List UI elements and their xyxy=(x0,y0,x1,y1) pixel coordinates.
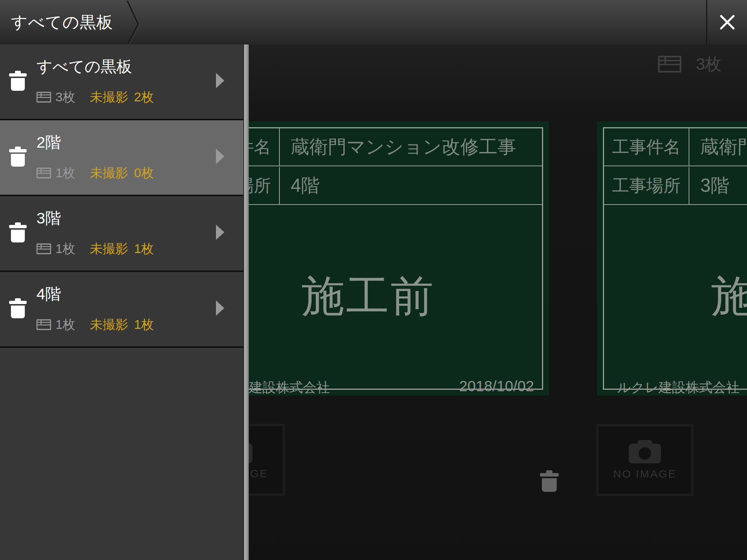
board-count: 3枚 xyxy=(55,89,75,106)
row-label: 工事件名 xyxy=(249,136,271,159)
unshot-label: 未撮影 xyxy=(90,89,128,106)
row-label-cell: 工事場所 xyxy=(604,167,689,204)
blackboard-grid-panel: 3枚 工事件名 蔵衛門マンション改修工事 工事場所 4階 施工前 xyxy=(249,44,747,560)
folder-stats: 1枚 未撮影 1枚 xyxy=(36,316,154,332)
chevron-right-icon xyxy=(216,300,224,316)
total-board-counter: 3枚 xyxy=(658,55,721,73)
company-name: ルクレ建設株式会社 xyxy=(249,378,330,396)
project-name: 蔵衛門マンション改修工事 xyxy=(700,135,747,160)
row-label-cell: 工事場所 xyxy=(249,167,280,204)
row-value-cell: 蔵衛門マンション改修工事 xyxy=(700,128,747,166)
row-label: 工事件名 xyxy=(612,136,681,159)
blackboard-icon xyxy=(36,91,51,103)
row-label-cell: 工事件名 xyxy=(249,128,280,166)
no-image-label: NO IMAGE xyxy=(613,468,677,480)
photo-date: 2018/10/02 xyxy=(459,378,534,395)
blackboard-icon xyxy=(36,243,51,255)
blackboard-icon xyxy=(36,319,51,331)
row-label-cell: 工事件名 xyxy=(604,128,689,166)
folder-title: 3階 xyxy=(36,208,61,229)
camera-icon xyxy=(629,440,661,463)
blackboard-frame: 工事件名 蔵衛門マンション改修工事 工事場所 3階 施工前 ルクレ建設株式会社 xyxy=(603,127,747,390)
board-count: 1枚 xyxy=(55,240,75,257)
folder-stats: 3枚 未撮影 2枚 xyxy=(36,89,154,105)
photo-placeholder[interactable]: NO IMAGE xyxy=(249,424,285,496)
construction-status: 施工前 xyxy=(249,268,542,326)
tab-edge-chevron-icon xyxy=(126,0,142,44)
unshot-label: 未撮影 xyxy=(90,316,128,333)
chevron-right-icon xyxy=(216,149,224,164)
work-place: 4階 xyxy=(291,173,320,198)
blackboard-icon xyxy=(658,56,681,73)
top-bar: すべての黒板 xyxy=(0,0,747,44)
close-button[interactable] xyxy=(707,0,747,44)
board-count: 1枚 xyxy=(55,316,75,333)
no-image-label: NO IMAGE xyxy=(249,467,268,480)
folder-title: 2階 xyxy=(36,132,61,153)
total-board-count: 3枚 xyxy=(696,53,721,75)
row-label: 工事場所 xyxy=(612,174,681,197)
trash-icon[interactable] xyxy=(9,298,27,319)
blackboard-folder-sidebar: すべての黒板 3枚 未撮影 2枚 2階 1枚 未撮影 0枚 3階 1枚 未撮影 … xyxy=(0,44,249,560)
blackboard-frame: 工事件名 蔵衛門マンション改修工事 工事場所 4階 施工前 ルクレ建設株式会社 … xyxy=(249,127,543,390)
blackboard-card-floor3[interactable]: 工事件名 蔵衛門マンション改修工事 工事場所 3階 施工前 ルクレ建設株式会社 xyxy=(597,121,747,396)
photo-placeholder[interactable]: NO IMAGE xyxy=(596,424,694,496)
chevron-right-icon xyxy=(216,73,224,88)
close-icon xyxy=(720,15,735,30)
project-name: 蔵衛門マンション改修工事 xyxy=(291,135,516,160)
row-label: 工事場所 xyxy=(249,174,271,197)
unshot-label: 未撮影 xyxy=(90,240,128,257)
sidebar-item-all-blackboards[interactable]: すべての黒板 3枚 未撮影 2枚 xyxy=(0,44,249,120)
sidebar-scrollbar[interactable] xyxy=(243,44,249,560)
trash-icon[interactable] xyxy=(540,470,559,492)
sidebar-item-floor-3[interactable]: 3階 1枚 未撮影 1枚 xyxy=(0,196,249,272)
blackboard-card-floor4[interactable]: 工事件名 蔵衛門マンション改修工事 工事場所 4階 施工前 ルクレ建設株式会社 … xyxy=(249,121,549,396)
blackboard-row-place: 工事場所 4階 xyxy=(249,167,542,205)
blackboard-icon xyxy=(36,167,51,179)
page-title: すべての黒板 xyxy=(11,0,113,44)
company-name: ルクレ建設株式会社 xyxy=(617,378,740,396)
trash-icon[interactable] xyxy=(9,147,27,167)
blackboard-row-title: 工事件名 蔵衛門マンション改修工事 xyxy=(249,128,542,166)
work-place: 3階 xyxy=(700,173,729,198)
chevron-right-icon xyxy=(216,225,224,240)
unshot-count: 1枚 xyxy=(134,240,154,257)
sidebar-item-floor-4[interactable]: 4階 1枚 未撮影 1枚 xyxy=(0,272,249,348)
blackboard-row-title: 工事件名 蔵衛門マンション改修工事 xyxy=(604,128,747,166)
construction-status: 施工前 xyxy=(604,268,747,326)
camera-icon xyxy=(249,440,252,463)
folder-title: 4階 xyxy=(36,284,61,305)
row-value-cell: 蔵衛門マンション改修工事 xyxy=(291,128,540,166)
unshot-count: 1枚 xyxy=(134,316,154,333)
folder-stats: 1枚 未撮影 0枚 xyxy=(36,165,154,181)
unshot-count: 2枚 xyxy=(134,89,154,106)
trash-icon[interactable] xyxy=(9,71,27,91)
unshot-count: 0枚 xyxy=(134,164,154,182)
trash-icon[interactable] xyxy=(9,222,27,243)
blackboard-row-place: 工事場所 3階 xyxy=(604,167,747,205)
row-value-cell: 3階 xyxy=(700,167,747,204)
folder-title: すべての黒板 xyxy=(36,56,132,77)
unshot-label: 未撮影 xyxy=(90,164,128,182)
folder-stats: 1枚 未撮影 1枚 xyxy=(36,241,154,257)
sidebar-item-floor-2[interactable]: 2階 1枚 未撮影 0枚 xyxy=(0,120,249,196)
board-count: 1枚 xyxy=(55,164,75,182)
row-value-cell: 4階 xyxy=(291,167,540,204)
